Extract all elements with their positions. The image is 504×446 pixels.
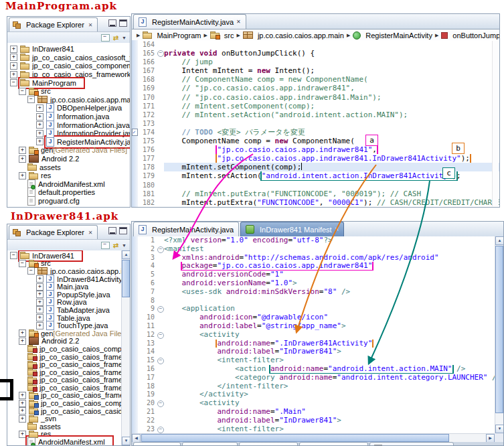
maximize-icon[interactable]: [119, 227, 127, 234]
fold-gutter[interactable]: [157, 75, 164, 84]
tree-item-jp-co-casio-caios-casiosoft-fram[interactable]: +jp_co_casio_caios_casiosoft_fram: [7, 407, 121, 415]
fold-gutter[interactable]: [157, 374, 164, 382]
fold-gutter[interactable]: [157, 84, 164, 92]
close-icon[interactable]: ✕: [335, 226, 339, 232]
fold-gutter[interactable]: [157, 66, 164, 75]
marker-gutter[interactable]: [132, 322, 138, 331]
code-text[interactable]: // mIntent.setComponent(comp);: [164, 102, 499, 110]
expand-toggle-icon[interactable]: +: [19, 431, 26, 438]
expand-toggle-icon[interactable]: −: [10, 252, 17, 259]
expand-toggle-icon[interactable]: +: [36, 322, 44, 329]
marker-gutter[interactable]: [132, 110, 138, 119]
code-text[interactable]: <action android:name="android.intent.act…: [164, 365, 495, 374]
code-text[interactable]: android:label="InDrawer841">: [164, 348, 495, 356]
code-text[interactable]: <manifest: [164, 245, 495, 254]
fold-gutter[interactable]: [157, 365, 164, 374]
expand-toggle-icon[interactable]: +: [36, 299, 44, 306]
scroll-down-icon[interactable]: ▼: [122, 437, 131, 445]
marker-gutter[interactable]: [132, 365, 138, 374]
fold-gutter[interactable]: [157, 288, 164, 297]
tree-item-jp-co-casio-caios-framework-de[interactable]: jp_co_casio_caios_framework_de: [7, 376, 121, 384]
code-editor-manifest-xml[interactable]: 1<?xml version="1.0" encoding="utf-8"?>2…: [132, 236, 495, 433]
code-text[interactable]: [164, 181, 499, 190]
marker-gutter[interactable]: [132, 313, 138, 322]
code-text[interactable]: <uses-sdk android:minSdkVersion="8" />: [164, 288, 495, 297]
code-text[interactable]: "jp.co.casio.caios.app.indrawer841",: [164, 145, 499, 154]
expand-toggle-icon[interactable]: +: [36, 275, 44, 283]
marker-gutter[interactable]: [132, 198, 138, 207]
code-editor-java[interactable]: 164165−private void onButtonJumpClick() …: [132, 40, 499, 207]
code-text[interactable]: // "jp.co.casio.caios.app.indrawer841",: [164, 84, 499, 92]
marker-gutter[interactable]: [132, 279, 138, 288]
marker-gutter[interactable]: [132, 340, 138, 348]
code-text[interactable]: <intent-filter>: [164, 356, 495, 365]
marker-gutter[interactable]: [132, 288, 138, 297]
tree-vertical-scrollbar[interactable]: ▲ ▼: [121, 250, 130, 445]
tree-item-src[interactable]: −src: [7, 260, 121, 268]
fold-gutter[interactable]: −: [157, 49, 164, 58]
expand-toggle-icon[interactable]: +: [36, 121, 44, 129]
tree-item-androidmanifest-xml[interactable]: AndroidManifest.xml: [7, 438, 121, 445]
close-icon[interactable]: ✕: [236, 19, 241, 25]
fold-gutter[interactable]: [157, 313, 164, 322]
collapse-all-icon[interactable]: [101, 34, 110, 42]
tree-item-svn[interactable]: +_svn: [7, 415, 121, 423]
expand-toggle-icon[interactable]: −: [10, 79, 17, 86]
code-text[interactable]: // ComponentName comp = new ComponentNam…: [164, 75, 499, 84]
tree-item-android-2-2[interactable]: +Android 2.2: [7, 338, 121, 346]
code-text[interactable]: [164, 40, 499, 49]
code-text[interactable]: </activity>: [164, 390, 495, 399]
marker-gutter[interactable]: [132, 58, 138, 66]
tree-item-src[interactable]: −src: [7, 87, 130, 96]
fold-gutter[interactable]: [157, 382, 164, 391]
marker-gutter[interactable]: [132, 297, 138, 305]
expand-toggle-icon[interactable]: +: [36, 291, 44, 298]
expand-toggle-icon[interactable]: +: [10, 62, 17, 70]
code-text[interactable]: xmlns:android="http://schemas.android.co…: [164, 254, 495, 263]
expand-toggle-icon[interactable]: −: [19, 88, 26, 95]
marker-gutter[interactable]: [132, 374, 138, 382]
overview-ruler[interactable]: [492, 41, 499, 206]
code-text[interactable]: [164, 119, 499, 128]
marker-gutter[interactable]: [132, 382, 138, 391]
tree-item-jp-co-casio-caios-component-co[interactable]: jp_co_casio_caios_component_co: [7, 345, 121, 353]
fold-gutter[interactable]: [157, 40, 164, 49]
expand-toggle-icon[interactable]: +: [19, 147, 26, 154]
fold-gutter[interactable]: [157, 171, 164, 180]
tree-item-indrawer841[interactable]: −InDrawer841: [7, 252, 121, 260]
scroll-up-icon[interactable]: ▲: [495, 236, 504, 245]
fold-gutter[interactable]: [157, 236, 164, 245]
code-text[interactable]: <application: [164, 305, 495, 313]
breadcrumb-item-mainprogram[interactable]: MainProgram: [143, 31, 201, 40]
code-text[interactable]: // jump: [164, 58, 499, 66]
fold-gutter[interactable]: [157, 348, 164, 356]
tree-item-androidmanifest-xml[interactable]: AndroidManifest.xml: [7, 180, 130, 189]
scroll-down-icon[interactable]: ▼: [495, 425, 504, 433]
expand-toggle-icon[interactable]: +: [10, 46, 17, 53]
package-explorer-tab[interactable]: Package Explorer ✕: [9, 225, 98, 239]
expand-toggle-icon[interactable]: +: [19, 172, 26, 179]
view-menu-icon[interactable]: ▼: [122, 35, 127, 41]
editor-tab-indrawer841-manifest[interactable]: InDrawer841 Manifest✕: [240, 222, 344, 236]
scrollbar-thumb[interactable]: [141, 434, 449, 442]
expand-toggle-icon[interactable]: +: [36, 306, 44, 313]
marker-gutter[interactable]: [132, 254, 138, 263]
code-text[interactable]: <intent-filter>: [164, 425, 495, 433]
code-text[interactable]: <category android:name="android.intent.c…: [164, 374, 495, 382]
tree-item-informationaction-java[interactable]: +JInformationAction.java: [7, 121, 130, 129]
fold-gutter[interactable]: −: [157, 425, 164, 433]
code-text[interactable]: // TODO <変更> パラメータを変更: [164, 128, 499, 137]
marker-gutter[interactable]: [132, 84, 138, 92]
marker-gutter[interactable]: [132, 145, 138, 154]
expand-toggle-icon[interactable]: −: [19, 260, 26, 267]
fold-gutter[interactable]: −: [157, 399, 164, 408]
tree-item-gen[interactable]: +gen [Generated Java Files]: [7, 329, 121, 338]
breadcrumb-item-src[interactable]: src: [210, 31, 234, 40]
fold-gutter[interactable]: [157, 340, 164, 348]
collapse-fold-icon[interactable]: −: [157, 306, 164, 313]
marker-gutter[interactable]: [132, 262, 138, 271]
minimize-icon[interactable]: [108, 19, 116, 27]
fold-gutter[interactable]: [157, 198, 164, 207]
fold-gutter[interactable]: [157, 93, 164, 102]
breadcrumb-item-registermainactivity[interactable]: RegisterMainActivity: [353, 31, 432, 40]
